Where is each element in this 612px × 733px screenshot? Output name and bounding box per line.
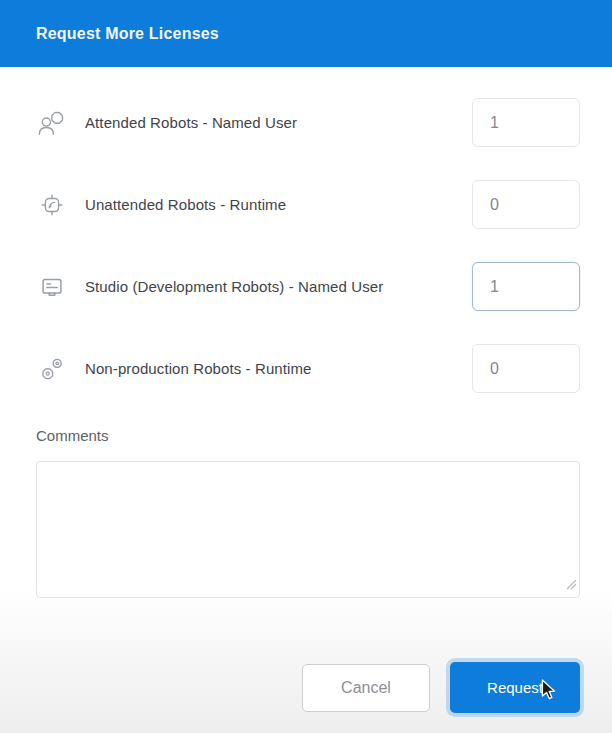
comments-textarea[interactable]: [36, 461, 580, 598]
studio-quantity-input[interactable]: [472, 262, 580, 311]
unattended-quantity-input[interactable]: [472, 180, 580, 229]
license-row-studio: Studio (Development Robots) - Named User: [36, 262, 580, 311]
dialog-title: Request More Licenses: [36, 25, 219, 43]
cancel-button[interactable]: Cancel: [302, 664, 430, 712]
studio-monitor-icon: [36, 271, 68, 303]
attended-robot-icon: [36, 107, 68, 139]
dialog-body: Attended Robots - Named User Unattended …: [0, 98, 612, 598]
license-row-label: Studio (Development Robots) - Named User: [85, 278, 472, 295]
license-row-non-production: Non-production Robots - Runtime: [36, 344, 580, 393]
comments-textarea-wrap: [36, 461, 580, 598]
non-production-quantity-input[interactable]: [472, 344, 580, 393]
license-row-label: Attended Robots - Named User: [85, 114, 472, 131]
license-row-attended: Attended Robots - Named User: [36, 98, 580, 147]
license-row-unattended: Unattended Robots - Runtime: [36, 180, 580, 229]
dialog-header: Request More Licenses: [0, 0, 612, 67]
dialog-footer: Cancel Request: [0, 662, 612, 713]
license-row-label: Non-production Robots - Runtime: [85, 360, 472, 377]
request-more-licenses-dialog: Request More Licenses Attended Robots - …: [0, 0, 612, 733]
license-row-label: Unattended Robots - Runtime: [85, 196, 472, 213]
non-production-gears-icon: [36, 353, 68, 385]
request-button[interactable]: Request: [450, 662, 580, 713]
comments-label: Comments: [36, 427, 580, 444]
attended-quantity-input[interactable]: [472, 98, 580, 147]
unattended-robot-icon: [36, 189, 68, 221]
